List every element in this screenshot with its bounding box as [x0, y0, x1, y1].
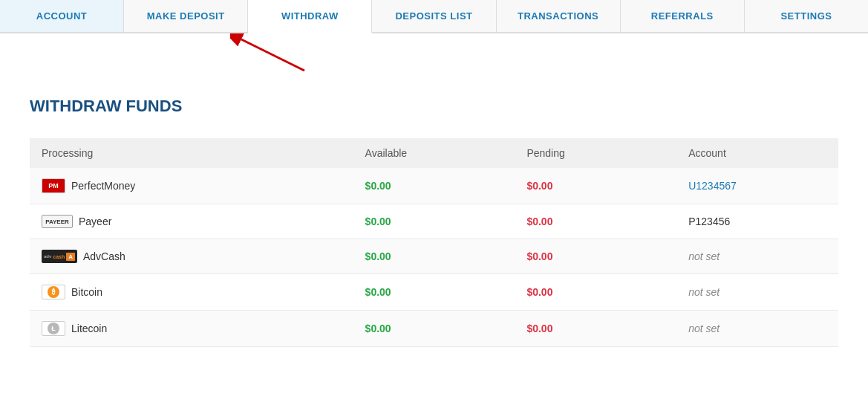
available-amount: $0.00 [353, 204, 515, 239]
processor-cell-litecoin[interactable]: ŁLitecoin [30, 311, 353, 347]
withdraw-table: Processing Available Pending Account PMP… [30, 138, 838, 347]
col-header-pending: Pending [515, 138, 676, 168]
pending-amount: $0.00 [515, 168, 676, 204]
account-value[interactable]: U1234567 [676, 168, 838, 204]
arrow-annotation [0, 33, 868, 74]
nav-tab-withdraw[interactable]: WITHDRAW [248, 0, 372, 33]
table-row[interactable]: advcashAAdvCash$0.00$0.00not set [30, 239, 838, 274]
processor-name: Bitcoin [71, 286, 102, 298]
table-row[interactable]: ₿Bitcoin$0.00$0.00not set [30, 274, 838, 311]
col-header-processing: Processing [30, 138, 353, 168]
processor-name: Payeer [79, 216, 111, 227]
page-title: WITHDRAW FUNDS [30, 97, 838, 116]
table-row[interactable]: PMPerfectMoney$0.00$0.00U1234567 [30, 168, 838, 204]
account-value: not set [676, 311, 838, 347]
available-amount: $0.00 [353, 274, 515, 311]
main-navigation: ACCOUNTMAKE DEPOSITWITHDRAWDEPOSITS LIST… [0, 0, 868, 33]
processor-cell-bitcoin[interactable]: ₿Bitcoin [30, 274, 353, 311]
processor-name: PerfectMoney [71, 180, 135, 192]
nav-tab-referrals[interactable]: REFERRALS [621, 0, 745, 32]
col-header-account: Account [676, 138, 838, 168]
processor-name: AdvCash [83, 250, 125, 262]
litecoin-icon: Ł [42, 321, 65, 336]
available-amount: $0.00 [353, 311, 515, 347]
bitcoin-icon: ₿ [42, 285, 65, 299]
processor-cell-advcash[interactable]: advcashAAdvCash [30, 239, 353, 274]
advcash-icon: advcashA [42, 250, 77, 263]
table-header-row: Processing Available Pending Account [30, 138, 838, 168]
pending-amount: $0.00 [515, 204, 676, 239]
account-value: P123456 [676, 204, 838, 239]
available-amount: $0.00 [353, 168, 515, 204]
nav-tab-transactions[interactable]: TRANSACTIONS [497, 0, 621, 32]
col-header-available: Available [353, 138, 515, 168]
page-content: WITHDRAW FUNDS Processing Available Pend… [0, 74, 868, 369]
pending-amount: $0.00 [515, 274, 676, 311]
payeer-icon: PAYEER [42, 215, 73, 228]
table-row[interactable]: PAYEERPayeer$0.00$0.00P123456 [30, 204, 838, 239]
account-value: not set [676, 239, 838, 274]
nav-tab-account[interactable]: ACCOUNT [0, 0, 124, 32]
pending-amount: $0.00 [515, 239, 676, 274]
processor-name: Litecoin [71, 323, 107, 334]
pending-amount: $0.00 [515, 311, 676, 347]
nav-tab-make-deposit[interactable]: MAKE DEPOSIT [124, 0, 248, 32]
table-row[interactable]: ŁLitecoin$0.00$0.00not set [30, 311, 838, 347]
processor-cell-pm[interactable]: PMPerfectMoney [30, 168, 353, 204]
svg-line-1 [241, 39, 304, 71]
processor-cell-payeer[interactable]: PAYEERPayeer [30, 204, 353, 239]
red-arrow-icon [230, 33, 319, 74]
pm-icon: PM [42, 178, 65, 193]
nav-tab-settings[interactable]: SETTINGS [745, 0, 868, 32]
nav-tab-deposits-list[interactable]: DEPOSITS LIST [372, 0, 496, 32]
account-value: not set [676, 274, 838, 311]
available-amount: $0.00 [353, 239, 515, 274]
